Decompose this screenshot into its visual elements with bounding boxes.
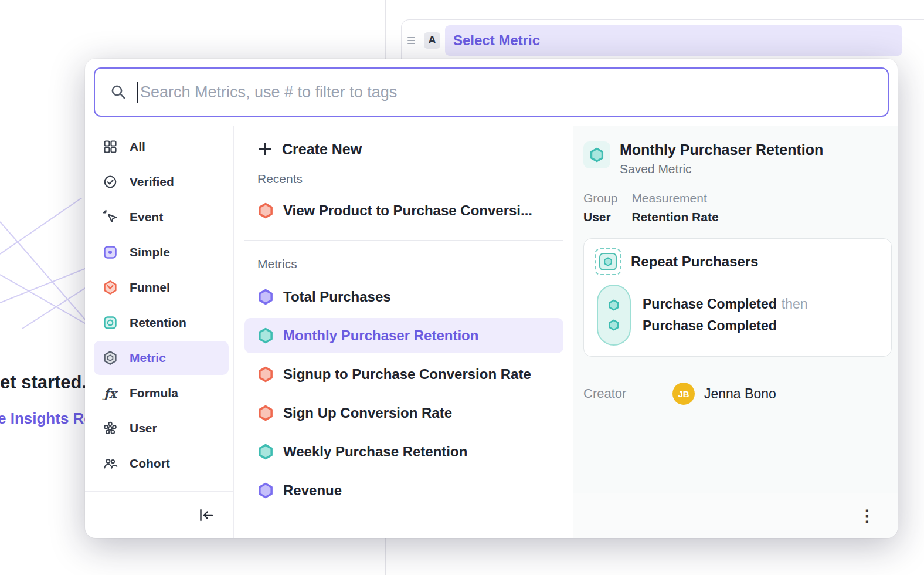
funnel-metric-icon <box>257 366 274 383</box>
event-icon <box>103 209 118 225</box>
create-new-button[interactable]: Create New <box>244 134 563 164</box>
sidebar-item-label: Retention <box>130 316 186 330</box>
sidebar-item-all[interactable]: All <box>94 130 229 164</box>
detail-subtitle: Saved Metric <box>620 162 823 176</box>
creator-avatar: JB <box>672 383 695 405</box>
filter-sidebar: All Verified Event <box>85 126 234 538</box>
page-divider-top <box>385 0 386 59</box>
create-new-label: Create New <box>282 141 362 158</box>
sidebar-item-label: Funnel <box>130 280 170 295</box>
retention-steps-pill <box>597 285 631 346</box>
simple-metric-icon <box>257 289 274 305</box>
recent-metric-row[interactable]: View Product to Purchase Conversi... <box>244 193 563 228</box>
field-value: User <box>583 210 617 224</box>
funnel-icon <box>103 280 118 295</box>
definition-title: Repeat Purchasers <box>631 253 758 270</box>
metric-row-label: Revenue <box>283 482 342 499</box>
detail-header: Monthly Purchaser Retention Saved Metric <box>583 141 892 176</box>
select-metric-field[interactable]: Select Metric <box>445 25 902 56</box>
metric-row-label: Total Purchases <box>283 289 391 305</box>
sidebar-item-metric[interactable]: Metric <box>94 341 229 375</box>
user-icon <box>103 421 118 436</box>
plus-icon <box>257 141 273 157</box>
metric-row-label: Monthly Purchaser Retention <box>283 327 478 344</box>
sidebar-item-label: Verified <box>130 175 174 189</box>
background-chart-decoration <box>0 198 88 339</box>
detail-fields: Group User Measurement Retention Rate <box>583 191 892 224</box>
creator-name: Jenna Bono <box>704 386 776 402</box>
recents-header: Recents <box>244 172 563 186</box>
detail-footer: ⋮ <box>573 493 898 538</box>
sidebar-item-retention[interactable]: Retention <box>94 306 229 340</box>
search-input[interactable] <box>140 83 872 102</box>
sidebar-item-cohort[interactable]: Cohort <box>94 447 229 481</box>
field-value: Retention Rate <box>631 210 718 224</box>
sidebar-item-simple[interactable]: Simple <box>94 235 229 269</box>
sidebar-item-label: Event <box>130 210 163 224</box>
metric-detail-panel: Monthly Purchaser Retention Saved Metric… <box>573 126 898 538</box>
text-caret <box>137 82 138 103</box>
simple-icon <box>103 245 118 260</box>
sidebar-item-label: Cohort <box>130 456 170 471</box>
funnel-metric-icon <box>257 202 274 219</box>
field-group: Group User <box>583 191 617 224</box>
verified-icon <box>103 174 118 190</box>
metric-picker-modal: All Verified Event <box>85 59 898 538</box>
metric-row[interactable]: Total Purchases <box>244 279 563 314</box>
sidebar-item-label: User <box>130 421 157 435</box>
sidebar-item-funnel[interactable]: Funnel <box>94 270 229 305</box>
search-area <box>85 59 898 126</box>
query-builder-row: A Select Metric <box>401 19 924 60</box>
background-heading-fragment: et started. <box>0 372 87 393</box>
metric-row-label: Sign Up Conversion Rate <box>283 405 452 421</box>
metric-row[interactable]: Sign Up Conversion Rate <box>244 395 563 431</box>
collapse-sidebar-icon <box>199 509 214 522</box>
metrics-header: Metrics <box>244 257 563 271</box>
step-hexagon-icon <box>608 299 620 311</box>
saved-metric-icon <box>583 141 610 168</box>
repeat-purchasers-icon <box>595 248 621 275</box>
sidebar-item-user[interactable]: User <box>94 411 229 445</box>
metric-row[interactable]: Revenue <box>244 473 563 508</box>
background-link-fragment[interactable]: e Insights Re <box>0 410 93 428</box>
list-divider <box>244 240 563 241</box>
metric-list-column: Create New Recents View Product to Purch… <box>234 126 573 538</box>
step-one: Purchase Completedthen <box>643 296 808 312</box>
sidebar-item-formula[interactable]: ƒx Formula <box>94 376 229 410</box>
step-hexagon-icon <box>608 319 620 331</box>
metric-icon <box>103 350 118 366</box>
filter-list: All Verified Event <box>85 126 233 491</box>
field-measurement: Measurement Retention Rate <box>631 191 718 224</box>
funnel-metric-icon <box>257 405 274 421</box>
creator-row: Creator JB Jenna Bono <box>583 383 892 405</box>
metric-row-label: Weekly Purchase Retention <box>283 444 467 460</box>
field-label: Group <box>583 191 617 205</box>
search-bar[interactable] <box>94 67 889 117</box>
sidebar-item-label: Metric <box>130 351 166 365</box>
step-two: Purchase Completed <box>643 318 808 334</box>
sidebar-item-verified[interactable]: Verified <box>94 165 229 199</box>
metric-row[interactable]: Weekly Purchase Retention <box>244 434 563 469</box>
grid-icon <box>103 139 118 154</box>
detail-title: Monthly Purchaser Retention <box>620 141 823 158</box>
metric-definition-card: Repeat Purchasers Purchase Completedthen <box>583 238 892 357</box>
field-label: Measurement <box>631 191 718 205</box>
cohort-icon <box>103 456 118 471</box>
metric-row-selected[interactable]: Monthly Purchaser Retention <box>244 318 563 353</box>
simple-metric-icon <box>257 482 274 499</box>
drag-handle-icon[interactable] <box>405 35 417 46</box>
picker-content: All Verified Event <box>85 126 898 538</box>
sidebar-footer <box>85 491 233 538</box>
overflow-menu-icon[interactable]: ⋮ <box>855 504 879 527</box>
metric-row[interactable]: Signup to Purchase Conversion Rate <box>244 357 563 392</box>
sidebar-item-event[interactable]: Event <box>94 200 229 234</box>
retention-metric-icon <box>257 444 274 460</box>
creator-label: Creator <box>583 386 672 401</box>
metric-row-label: Signup to Purchase Conversion Rate <box>283 366 531 383</box>
sidebar-item-label: Formula <box>130 386 178 400</box>
series-badge[interactable]: A <box>424 32 440 49</box>
sidebar-item-label: All <box>130 140 145 154</box>
collapse-sidebar-button[interactable] <box>195 503 218 527</box>
sidebar-item-label: Simple <box>130 245 170 259</box>
page-divider-bottom <box>385 538 386 575</box>
